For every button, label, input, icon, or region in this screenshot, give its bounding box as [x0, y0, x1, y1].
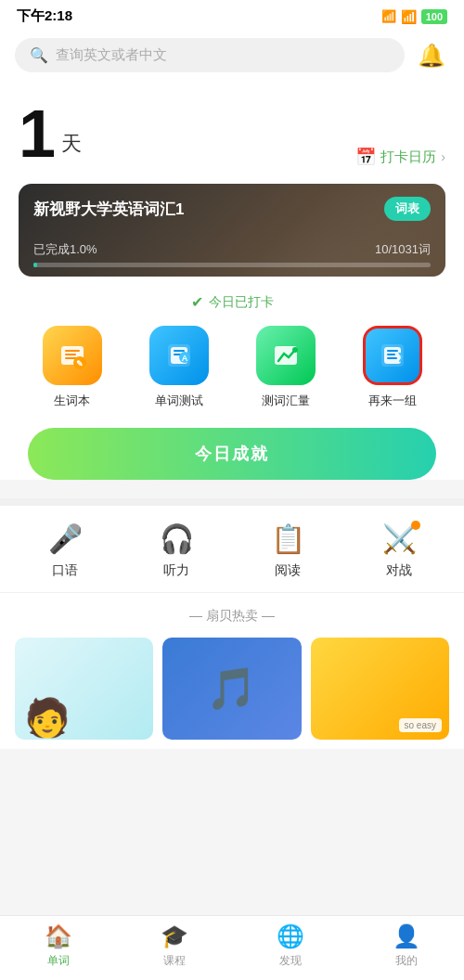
battery-icon: 100: [421, 9, 447, 24]
so-easy-badge: so easy: [399, 718, 442, 732]
svg-rect-16: [387, 350, 398, 352]
tab-danci-label: 单词: [47, 953, 70, 969]
streak-number: 1: [19, 100, 56, 167]
tab-faxian[interactable]: 🌐 发现: [277, 923, 304, 969]
search-icon: 🔍: [30, 46, 48, 64]
kouyu-label: 口语: [52, 562, 78, 579]
microphone-icon: 🎤: [48, 522, 83, 555]
tab-danci[interactable]: 🏠 单词: [45, 923, 72, 969]
svg-rect-17: [387, 354, 395, 355]
tab-spacer: [0, 749, 464, 814]
progress-left: 已完成1.0%: [33, 241, 97, 258]
zailai-icon-wrap: [363, 326, 422, 385]
hot-cards-row: 🧑 🎵 so easy: [15, 638, 449, 740]
main-content: 1 天 📅 打卡日历 › 新视野大学英语词汇1 词表 已完成1.0% 10/10…: [0, 84, 464, 480]
tab-kecheng[interactable]: 🎓 课程: [161, 923, 188, 969]
svg-rect-18: [387, 357, 397, 359]
calendar-icon: 📅: [355, 147, 376, 167]
tab-course-icon: 🎓: [161, 923, 188, 949]
svg-rect-2: [65, 354, 76, 355]
headphone-icon: 🎧: [160, 522, 194, 555]
hot-title: — 扇贝热卖 —: [15, 608, 449, 625]
progress-bar-fill: [33, 263, 37, 267]
notification-bell-area[interactable]: 🔔: [414, 43, 449, 69]
tab-wode[interactable]: 👤 我的: [393, 923, 420, 969]
chevron-right-icon: ›: [441, 149, 445, 164]
svg-text:✎: ✎: [76, 359, 84, 368]
yuedu-label: 阅读: [275, 562, 301, 579]
tab-wode-label: 我的: [395, 953, 418, 969]
achievement-button[interactable]: 今日成就: [28, 428, 436, 480]
tab-home-icon: 🏠: [45, 923, 72, 949]
shengci-icon-wrap: ✎: [43, 326, 102, 385]
status-bar: 下午2:18 📶 📶 100: [0, 0, 464, 31]
huiliang-label: 测词汇量: [262, 393, 310, 409]
streak-row: 1 天 📅 打卡日历 ›: [19, 100, 445, 167]
svg-rect-8: [174, 350, 185, 352]
feature-duizhan[interactable]: ⚔️ 对战: [382, 522, 417, 579]
progress-bar-bg: [33, 263, 431, 267]
search-placeholder: 查询英文或者中文: [56, 46, 167, 64]
hot-card-2-icon: 🎵: [206, 664, 257, 713]
hot-card-2[interactable]: 🎵: [162, 638, 301, 740]
tab-discover-icon: 🌐: [277, 923, 304, 949]
shengci-svg: ✎: [54, 337, 91, 374]
word-card-progress: 已完成1.0% 10/1031词: [33, 241, 431, 267]
tab-profile-icon: 👤: [393, 923, 420, 949]
ceshi-icon-wrap: A: [149, 326, 209, 385]
svg-text:A: A: [181, 354, 187, 363]
battle-icon: ⚔️: [382, 522, 417, 555]
action-huiliang[interactable]: 测词汇量: [256, 326, 316, 409]
action-ceshi[interactable]: A 单词测试: [149, 326, 209, 409]
word-book-card[interactable]: 新视野大学英语词汇1 词表 已完成1.0% 10/1031词: [19, 184, 445, 277]
feature-tingli[interactable]: 🎧 听力: [160, 522, 194, 579]
word-card-title: 新视野大学英语词汇1: [33, 199, 184, 220]
hot-card-3[interactable]: so easy: [311, 638, 449, 740]
zailai-svg: [374, 337, 411, 374]
word-tag: 词表: [384, 197, 431, 221]
status-icons: 📶 📶 100: [381, 9, 447, 24]
action-zailai[interactable]: 再来一组: [363, 326, 422, 409]
today-checked-label: 今日已打卡: [209, 294, 274, 311]
feature-row: 🎤 口语 🎧 听力 📋 阅读 ⚔️ 对战: [0, 506, 464, 593]
book-icon: 📋: [271, 522, 305, 555]
action-shengci[interactable]: ✎ 生词本: [43, 326, 102, 409]
card-title-row: 新视野大学英语词汇1 词表: [33, 197, 431, 221]
feature-kouyu[interactable]: 🎤 口语: [48, 522, 83, 579]
ceshi-svg: A: [161, 337, 198, 374]
streak-unit: 天: [61, 130, 82, 158]
section-divider-1: [0, 498, 464, 506]
streak-left: 1 天: [19, 100, 82, 167]
bell-icon: 🔔: [418, 43, 445, 68]
search-box[interactable]: 🔍 查询英文或者中文: [15, 38, 405, 72]
status-time: 下午2:18: [17, 7, 72, 25]
svg-rect-1: [65, 350, 80, 352]
tingli-label: 听力: [163, 562, 189, 579]
checkin-calendar-btn[interactable]: 📅 打卡日历 ›: [355, 147, 445, 167]
checkin-label: 打卡日历: [380, 148, 436, 166]
wifi-icon: 📶: [401, 9, 417, 24]
hot-card-1[interactable]: 🧑: [15, 638, 153, 740]
tab-bar: 🏠 单词 🎓 课程 🌐 发现 👤 我的: [0, 915, 464, 980]
today-checked-row: ✔ 今日已打卡: [19, 293, 445, 311]
hot-section: — 扇贝热卖 — 🧑 🎵 so easy: [0, 593, 464, 749]
checkmark-icon: ✔: [191, 293, 203, 311]
tab-faxian-label: 发现: [279, 953, 302, 969]
progress-text-row: 已完成1.0% 10/1031词: [33, 241, 431, 258]
hot-card-1-icon: 🧑: [24, 696, 71, 740]
feature-yuedu[interactable]: 📋 阅读: [271, 522, 305, 579]
zailai-label: 再来一组: [368, 393, 417, 409]
duizhan-label: 对战: [386, 562, 412, 579]
ceshi-label: 单词测试: [155, 393, 203, 409]
signal-icon: 📶: [381, 9, 396, 23]
huiliang-svg: [267, 337, 304, 374]
svg-point-13: [292, 347, 298, 353]
shengci-label: 生词本: [54, 393, 90, 409]
progress-right: 10/1031词: [375, 241, 431, 258]
quick-actions-grid: ✎ 生词本 A 单词测试: [19, 326, 445, 409]
orange-dot: [411, 521, 420, 530]
huiliang-icon-wrap: [256, 326, 316, 385]
search-area: 🔍 查询英文或者中文 🔔: [0, 31, 464, 84]
tab-kecheng-label: 课程: [163, 953, 186, 969]
